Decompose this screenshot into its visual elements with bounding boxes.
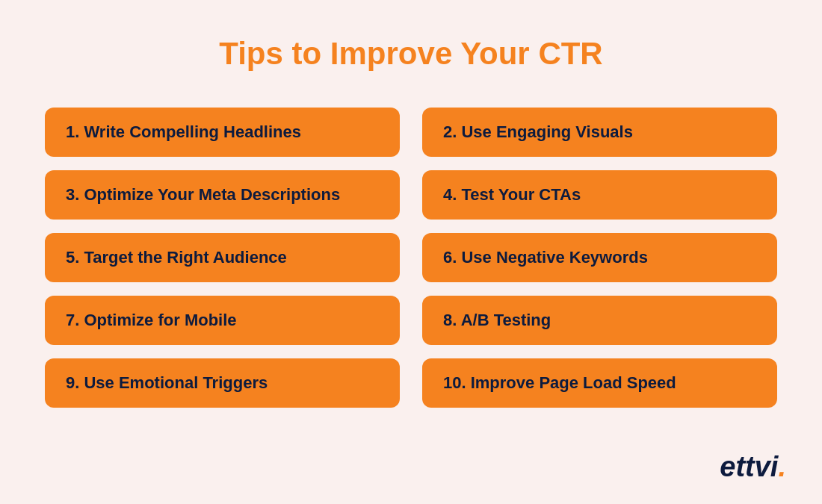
tip-card-10: 10. Improve Page Load Speed [422,358,777,408]
tip-label-3: 3. Optimize Your Meta Descriptions [66,185,340,205]
tip-card-9: 9. Use Emotional Triggers [45,358,400,408]
tip-card-6: 6. Use Negative Keywords [422,233,777,282]
brand-name: ettvi [720,451,778,482]
tips-grid: 1. Write Compelling Headlines 2. Use Eng… [45,108,777,408]
brand-dot: . [778,451,786,482]
page-header: Tips to Improve Your CTR [219,36,602,72]
page-title: Tips to Improve Your CTR [219,36,602,72]
tip-card-7: 7. Optimize for Mobile [45,296,400,345]
tip-label-6: 6. Use Negative Keywords [443,248,648,267]
tip-card-4: 4. Test Your CTAs [422,170,777,220]
tip-label-4: 4. Test Your CTAs [443,185,581,205]
tip-label-9: 9. Use Emotional Triggers [66,373,268,393]
tip-label-1: 1. Write Compelling Headlines [66,122,301,142]
tip-card-8: 8. A/B Testing [422,296,777,345]
tip-label-5: 5. Target the Right Audience [66,248,287,267]
title-normal: Tips to Improve Your [219,36,529,71]
brand-logo: ettvi. [720,451,786,483]
tip-card-1: 1. Write Compelling Headlines [45,108,400,157]
tip-label-8: 8. A/B Testing [443,311,551,330]
tip-card-2: 2. Use Engaging Visuals [422,108,777,157]
tip-label-2: 2. Use Engaging Visuals [443,122,633,142]
tip-card-5: 5. Target the Right Audience [45,233,400,282]
tip-card-3: 3. Optimize Your Meta Descriptions [45,170,400,220]
title-accent: CTR [538,36,602,71]
tip-label-7: 7. Optimize for Mobile [66,311,237,330]
tip-label-10: 10. Improve Page Load Speed [443,373,676,393]
